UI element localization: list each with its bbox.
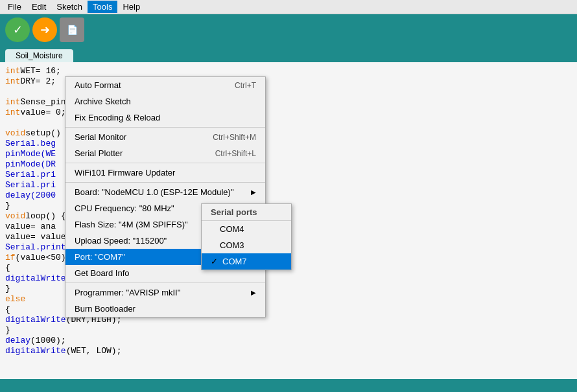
- port-label: COM3: [220, 240, 244, 250]
- menu-edit[interactable]: Edit: [27, 1, 51, 13]
- port-label: COM7: [222, 257, 247, 266]
- menu-item-0[interactable]: Auto FormatCtrl+T: [65, 77, 265, 93]
- menu-item-label: Board: "NodeMCU 1.0 (ESP-12E Module)": [75, 187, 234, 197]
- menu-item-label: WiFi101 Firmware Updater: [75, 168, 175, 178]
- menu-item-label: CPU Frequency: "80 MHz": [75, 203, 174, 213]
- menu-separator: [65, 182, 265, 183]
- menu-item-label: Upload Speed: "115200": [75, 236, 167, 246]
- port-item-com7[interactable]: ✓COM7: [202, 253, 291, 270]
- menu-item-4[interactable]: Serial MonitorCtrl+Shift+M: [65, 129, 265, 145]
- menu-item-16[interactable]: Programmer: "AVRISP mkII"▶: [65, 284, 265, 301]
- main-area: int WET= 16;int DRY= 2; int Sense_pinint…: [0, 62, 577, 379]
- checkmark-icon: ✓: [211, 257, 220, 266]
- submenu-arrow-icon: ▶: [251, 289, 256, 296]
- menu-tools[interactable]: Tools: [88, 1, 117, 13]
- menu-item-label: Serial Plotter: [75, 148, 123, 158]
- menu-item-7[interactable]: WiFi101 Firmware Updater: [65, 165, 265, 181]
- menu-separator: [65, 127, 265, 128]
- menu-item-9[interactable]: Board: "NodeMCU 1.0 (ESP-12E Module)"▶: [65, 184, 265, 200]
- menu-file[interactable]: File: [3, 1, 27, 13]
- menu-item-label: Port: "COM7": [75, 252, 125, 262]
- menu-item-label: Programmer: "AVRISP mkII": [75, 288, 180, 297]
- port-item-com4[interactable]: COM4: [202, 221, 291, 237]
- tools-dropdown: Auto FormatCtrl+TArchive SketchFix Encod…: [65, 76, 266, 317]
- port-item-com3[interactable]: COM3: [202, 237, 291, 253]
- toolbar: ✓ ➜ 📄: [0, 14, 577, 45]
- menu-separator: [65, 282, 265, 283]
- menu-item-label: Burn Bootloader: [75, 304, 135, 314]
- tabbar: Soil_Moisture: [0, 45, 577, 62]
- menu-item-label: Get Board Info: [75, 268, 130, 278]
- menu-shortcut: Ctrl+Shift+M: [213, 133, 256, 142]
- menu-help[interactable]: Help: [117, 1, 145, 13]
- menu-item-label: Flash Size: "4M (3M SPIFFS)": [75, 220, 188, 229]
- menu-item-1[interactable]: Archive Sketch: [65, 93, 265, 110]
- menu-item-label: Auto Format: [75, 80, 121, 90]
- port-submenu: Serial portsCOM4COM3✓COM7: [201, 203, 292, 270]
- submenu-arrow-icon: ▶: [251, 189, 256, 196]
- editor-line: int WET= 16;: [5, 66, 572, 76]
- menu-shortcut: Ctrl+Shift+L: [215, 149, 256, 158]
- menu-sketch[interactable]: Sketch: [51, 1, 88, 13]
- menu-separator: [65, 163, 265, 163]
- menu-item-label: Archive Sketch: [75, 97, 131, 106]
- menu-item-2[interactable]: Fix Encoding & Reload: [65, 110, 265, 126]
- menu-item-5[interactable]: Serial PlotterCtrl+Shift+L: [65, 145, 265, 161]
- menu-item-label: Serial Monitor: [75, 132, 126, 142]
- menu-shortcut: Ctrl+T: [235, 81, 256, 90]
- port-label: COM4: [220, 224, 244, 234]
- verify-button[interactable]: ✓: [5, 17, 30, 42]
- menu-item-label: Fix Encoding & Reload: [75, 113, 160, 122]
- menu-item-17[interactable]: Burn Bootloader: [65, 301, 265, 317]
- upload-button[interactable]: ➜: [32, 17, 57, 42]
- menubar: File Edit Sketch Tools Help: [0, 0, 577, 14]
- port-submenu-header: Serial ports: [202, 204, 291, 221]
- new-button[interactable]: 📄: [60, 17, 84, 42]
- tab-soil-moisture[interactable]: Soil_Moisture: [5, 49, 73, 62]
- dropdown-overlay: Auto FormatCtrl+TArchive SketchFix Encod…: [0, 76, 577, 379]
- statusbar: [0, 379, 577, 392]
